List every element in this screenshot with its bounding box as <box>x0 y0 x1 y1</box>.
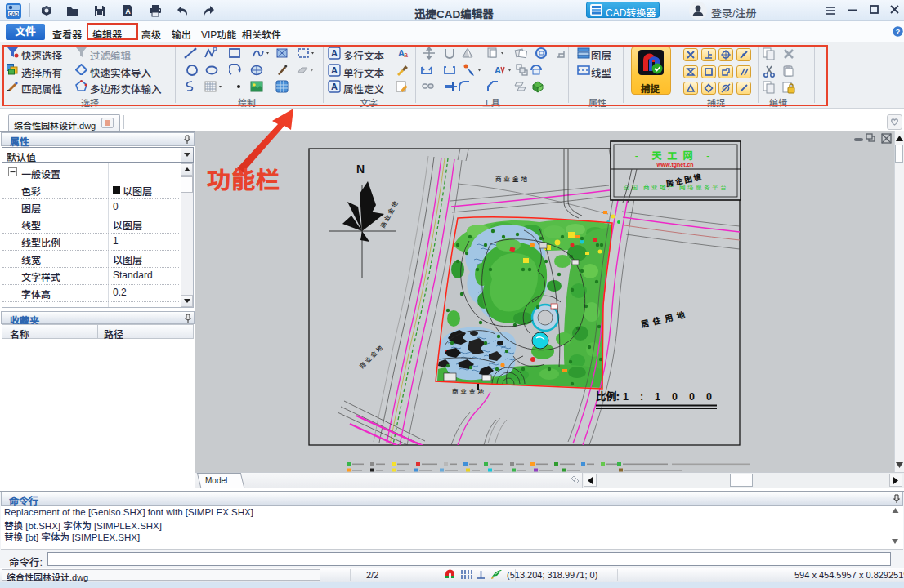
svg-text:?: ? <box>896 28 901 36</box>
svg-text:N: N <box>356 163 365 176</box>
svg-text:- 天工网 -: - 天工网 - <box>635 148 715 162</box>
svg-text:商业金地: 商业金地 <box>495 174 530 183</box>
svg-text:商业金地: 商业金地 <box>452 386 486 395</box>
svg-text:比例:: 比例: <box>596 388 620 403</box>
svg-text:1:1000: 1:1000 <box>623 391 723 403</box>
svg-text:A: A <box>125 7 131 16</box>
svg-text:CAD: CAD <box>9 11 19 16</box>
svg-text:www.tgnet.cn: www.tgnet.cn <box>656 162 693 168</box>
